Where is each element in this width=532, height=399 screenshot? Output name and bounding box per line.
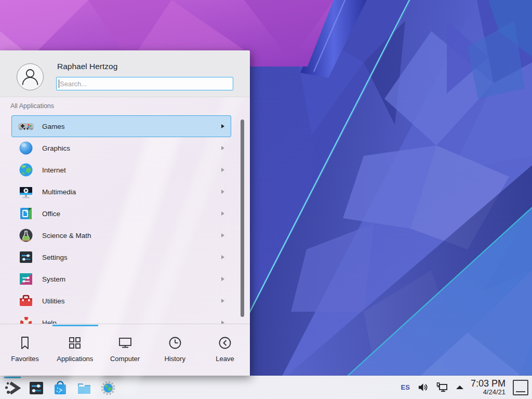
keyboard-layout-indicator[interactable]: ES <box>401 383 410 391</box>
tab-label: Leave <box>216 355 234 363</box>
category-office[interactable]: Office <box>11 203 231 224</box>
category-label: Internet <box>42 166 221 174</box>
applications-list: All Applications Games <box>0 97 250 324</box>
text-cursor <box>59 79 59 88</box>
category-multimedia[interactable]: Multimedia <box>11 181 231 203</box>
taskbar-panel: ES 7:03 PM 4/24/21 <box>0 376 532 399</box>
search-input[interactable] <box>56 77 233 90</box>
search-field-wrap <box>56 77 233 90</box>
discover-button[interactable] <box>52 380 69 396</box>
category-label: Games <box>42 123 221 130</box>
category-science-math[interactable]: Science & Math <box>11 224 231 246</box>
flask-icon <box>18 227 34 244</box>
submenu-arrow-icon <box>221 299 224 303</box>
submenu-arrow-icon <box>221 168 224 172</box>
category-utilities[interactable]: Utilities <box>11 290 231 312</box>
lifebuoy-icon <box>18 314 34 324</box>
submenu-arrow-icon <box>221 277 224 281</box>
clock-date: 4/24/21 <box>471 389 506 396</box>
category-label: System <box>42 275 221 283</box>
clock-time: 7:03 PM <box>471 379 506 389</box>
file-manager-button[interactable] <box>76 380 92 396</box>
system-settings-button[interactable] <box>28 380 45 396</box>
volume-icon[interactable] <box>417 381 429 393</box>
web-browser-button[interactable] <box>100 380 116 396</box>
bookmark-icon <box>17 335 33 351</box>
digital-clock[interactable]: 7:03 PM 4/24/21 <box>471 379 506 396</box>
tab-applications[interactable]: Applications <box>50 324 100 376</box>
category-label: Science & Math <box>42 232 221 240</box>
submenu-arrow-icon <box>221 146 224 150</box>
category-label: Office <box>42 210 221 218</box>
category-label: Multimedia <box>42 188 221 196</box>
grid-icon <box>67 335 83 351</box>
kde-launcher-icon <box>4 380 21 396</box>
system-settings-icon <box>28 380 45 396</box>
scrollbar[interactable] <box>241 119 244 317</box>
toolbox-icon <box>18 292 34 309</box>
submenu-arrow-icon <box>221 211 224 216</box>
section-label: All Applications <box>10 102 54 110</box>
discover-icon <box>52 380 69 396</box>
show-desktop-button[interactable] <box>513 380 528 395</box>
launcher-tabbar: Favorites Applications Computer <box>0 324 250 376</box>
gamepad-icon <box>18 118 34 135</box>
expand-tray-icon[interactable] <box>456 385 463 389</box>
sliders-icon <box>18 249 34 265</box>
clock-icon <box>167 335 183 351</box>
folder-icon <box>76 380 92 396</box>
user-name: Raphael Hertzog <box>57 62 117 71</box>
application-launcher-button[interactable] <box>4 380 21 396</box>
category-label: Utilities <box>42 297 221 305</box>
desktop: { "launcher": { "user_name": "Raphael He… <box>0 0 532 399</box>
category-label: Help <box>42 319 221 324</box>
active-task-indicator <box>4 377 21 378</box>
sphere-icon <box>18 140 34 156</box>
category-system[interactable]: System <box>11 268 231 290</box>
tab-label: Applications <box>57 355 93 363</box>
tab-label: History <box>164 355 185 363</box>
category-label: Settings <box>42 254 221 261</box>
submenu-arrow-icon <box>221 233 224 237</box>
network-icon[interactable] <box>436 381 449 394</box>
tab-computer[interactable]: Computer <box>100 324 150 376</box>
application-launcher-popup: Raphael Hertzog All Applications <box>0 50 250 376</box>
active-tab-indicator <box>52 325 98 326</box>
globe-icon <box>18 162 34 178</box>
launcher-header: Raphael Hertzog <box>0 50 250 97</box>
tab-leave[interactable]: Leave <box>200 324 250 376</box>
multimedia-icon <box>18 183 34 200</box>
tab-favorites[interactable]: Favorites <box>0 324 50 376</box>
submenu-arrow-icon <box>221 124 224 128</box>
leave-icon <box>217 335 233 351</box>
category-settings[interactable]: Settings <box>11 246 231 268</box>
tab-history[interactable]: History <box>150 324 200 376</box>
category-label: Graphics <box>42 144 221 152</box>
category-help[interactable]: Help <box>11 312 231 324</box>
web-browser-icon <box>100 380 116 396</box>
system-tray: ES 7:03 PM 4/24/21 <box>401 379 532 396</box>
category-graphics[interactable]: Graphics <box>11 137 231 159</box>
category-internet[interactable]: Internet <box>11 159 231 181</box>
category-games[interactable]: Games <box>11 115 231 137</box>
tab-label: Computer <box>110 355 140 363</box>
monitor-icon <box>117 335 133 351</box>
submenu-arrow-icon <box>221 190 224 194</box>
submenu-arrow-icon <box>221 255 224 259</box>
system-icon <box>18 271 34 287</box>
tab-label: Favorites <box>11 355 38 363</box>
office-icon <box>18 205 34 222</box>
avatar[interactable] <box>17 63 44 90</box>
